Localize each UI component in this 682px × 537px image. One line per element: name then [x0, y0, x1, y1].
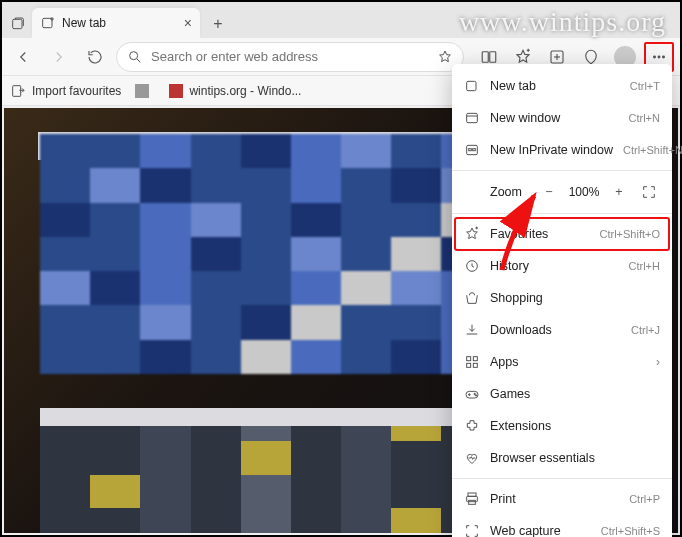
- import-favourites-label: Import favourites: [32, 84, 121, 98]
- refresh-button[interactable]: [80, 42, 110, 72]
- apps-icon: [464, 354, 480, 370]
- svg-point-33: [474, 393, 475, 394]
- menu-history[interactable]: History Ctrl+H: [452, 250, 672, 282]
- svg-rect-17: [467, 81, 476, 90]
- svg-rect-7: [490, 51, 496, 62]
- newtab-icon: [40, 15, 56, 31]
- new-tab-button[interactable]: +: [204, 10, 232, 38]
- settings-menu: New tab Ctrl+T New window Ctrl+N New InP…: [452, 64, 672, 537]
- menu-label: History: [490, 259, 619, 273]
- browser-tab[interactable]: New tab ×: [32, 8, 200, 38]
- new-tab-icon: [464, 78, 480, 94]
- menu-shortcut: Ctrl+Shift+O: [599, 228, 660, 240]
- bookmark-item-2[interactable]: wintips.org - Windo...: [169, 84, 301, 98]
- menu-extensions[interactable]: Extensions: [452, 410, 672, 442]
- svg-rect-6: [482, 51, 488, 62]
- tab-actions-button[interactable]: [4, 10, 32, 38]
- menu-web-capture[interactable]: Web capture Ctrl+Shift+S: [452, 515, 672, 537]
- inprivate-icon: [464, 142, 480, 158]
- menu-label: Web capture: [490, 524, 591, 537]
- menu-favourites[interactable]: Favourites Ctrl+Shift+O: [452, 218, 672, 250]
- menu-new-window[interactable]: New window Ctrl+N: [452, 102, 672, 134]
- svg-rect-18: [467, 113, 478, 122]
- downloads-icon: [464, 322, 480, 338]
- svg-rect-26: [467, 357, 471, 361]
- tab-strip: New tab × +: [2, 2, 680, 38]
- zoom-out-button[interactable]: −: [538, 181, 560, 203]
- menu-print[interactable]: Print Ctrl+P: [452, 483, 672, 515]
- svg-rect-21: [469, 149, 472, 151]
- menu-shortcut: Ctrl+Shift+S: [601, 525, 660, 537]
- svg-rect-16: [13, 85, 21, 96]
- menu-label: Favourites: [490, 227, 589, 241]
- menu-label: Apps: [490, 355, 646, 369]
- menu-label: Browser essentials: [490, 451, 660, 465]
- zoom-label: Zoom: [490, 185, 522, 199]
- favicon-placeholder: [135, 84, 149, 98]
- favicon-placeholder: [169, 84, 183, 98]
- menu-label: New window: [490, 111, 619, 125]
- menu-new-inprivate[interactable]: New InPrivate window Ctrl+Shift+N: [452, 134, 672, 166]
- svg-rect-1: [43, 18, 52, 27]
- menu-label: New tab: [490, 79, 620, 93]
- svg-rect-22: [473, 149, 476, 151]
- menu-downloads[interactable]: Downloads Ctrl+J: [452, 314, 672, 346]
- menu-shortcut: Ctrl+T: [630, 80, 660, 92]
- star-icon: [464, 226, 480, 242]
- search-icon: [127, 49, 143, 65]
- menu-label: Downloads: [490, 323, 621, 337]
- menu-shortcut: Ctrl+N: [629, 112, 660, 124]
- svg-rect-37: [469, 500, 476, 504]
- fullscreen-button[interactable]: [638, 181, 660, 203]
- svg-point-14: [658, 56, 660, 58]
- history-icon: [464, 258, 480, 274]
- capture-icon: [464, 523, 480, 537]
- extensions-icon: [464, 418, 480, 434]
- tab-title: New tab: [62, 16, 106, 30]
- heart-pulse-icon: [464, 450, 480, 466]
- bookmark-item-1[interactable]: [135, 84, 155, 98]
- import-favourites-button[interactable]: Import favourites: [10, 83, 121, 99]
- star-icon[interactable]: [437, 49, 453, 65]
- menu-shopping[interactable]: Shopping: [452, 282, 672, 314]
- menu-label: Shopping: [490, 291, 660, 305]
- menu-shortcut: Ctrl+J: [631, 324, 660, 336]
- chevron-right-icon: ›: [656, 355, 660, 369]
- menu-new-tab[interactable]: New tab Ctrl+T: [452, 70, 672, 102]
- bookmark-label: wintips.org - Windo...: [189, 84, 301, 98]
- print-icon: [464, 491, 480, 507]
- menu-shortcut: Ctrl+Shift+N: [623, 144, 682, 156]
- menu-browser-essentials[interactable]: Browser essentials: [452, 442, 672, 474]
- shopping-icon: [464, 290, 480, 306]
- svg-rect-0: [13, 19, 22, 28]
- forward-button[interactable]: [44, 42, 74, 72]
- svg-rect-29: [473, 363, 477, 367]
- back-button[interactable]: [8, 42, 38, 72]
- zoom-value: 100%: [568, 185, 600, 199]
- svg-rect-28: [467, 363, 471, 367]
- menu-apps[interactable]: Apps ›: [452, 346, 672, 378]
- svg-line-5: [137, 59, 140, 62]
- address-bar[interactable]: [116, 42, 464, 72]
- tab-close-button[interactable]: ×: [184, 15, 192, 31]
- menu-zoom-row: Zoom − 100% +: [452, 175, 672, 209]
- new-window-icon: [464, 110, 480, 126]
- menu-shortcut: Ctrl+P: [629, 493, 660, 505]
- address-input[interactable]: [151, 49, 429, 64]
- menu-label: Games: [490, 387, 660, 401]
- menu-label: Extensions: [490, 419, 660, 433]
- svg-rect-27: [473, 357, 477, 361]
- menu-label: New InPrivate window: [490, 143, 613, 157]
- menu-label: Print: [490, 492, 619, 506]
- zoom-in-button[interactable]: +: [608, 181, 630, 203]
- import-icon: [10, 83, 26, 99]
- svg-point-13: [654, 56, 656, 58]
- menu-games[interactable]: Games: [452, 378, 672, 410]
- svg-point-34: [475, 395, 476, 396]
- menu-shortcut: Ctrl+H: [629, 260, 660, 272]
- games-icon: [464, 386, 480, 402]
- svg-point-4: [130, 51, 138, 59]
- svg-point-15: [663, 56, 665, 58]
